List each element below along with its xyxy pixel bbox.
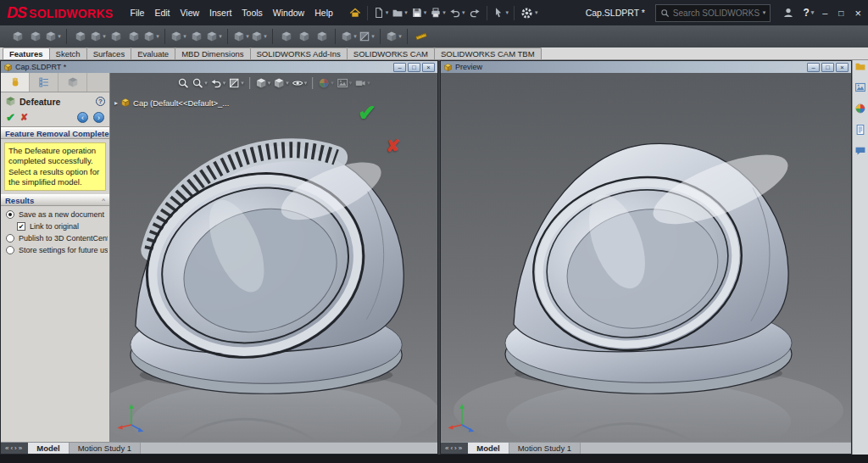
option-publish-3d-contentcentral[interactable]: Publish to 3D ContentCentral: [3, 232, 108, 244]
search-scope-caret-icon[interactable]: ▾: [763, 9, 766, 16]
user-account-icon[interactable]: [782, 7, 794, 19]
confirm-ok-button[interactable]: ✔: [358, 100, 376, 126]
ribbon-tab-solidworks-cam[interactable]: SOLIDWORKS CAM: [347, 47, 435, 59]
instant3d-icon[interactable]: ▾: [385, 27, 403, 46]
ribbon-tab-evaluate[interactable]: Evaluate: [131, 47, 175, 59]
options-gear-icon[interactable]: ▾: [518, 3, 540, 22]
tab-scroll-arrows[interactable]: «‹›»: [1, 443, 28, 454]
reference-geometry-icon[interactable]: ▾: [340, 27, 358, 46]
child-restore-button[interactable]: □: [408, 63, 420, 72]
file-explorer-icon[interactable]: [854, 59, 868, 73]
zoom-fit-icon[interactable]: [177, 77, 189, 89]
confirm-cancel-button[interactable]: ✘: [386, 136, 400, 156]
undo-icon[interactable]: ▾: [448, 3, 467, 22]
apply-scene-icon[interactable]: ▾: [337, 77, 353, 89]
draft-icon[interactable]: [295, 27, 313, 46]
hole-wizard-icon[interactable]: [187, 27, 205, 46]
appearances-scenes-icon[interactable]: [854, 101, 868, 115]
save-icon[interactable]: ▾: [409, 3, 429, 22]
tab-feature-tree[interactable]: [30, 73, 58, 92]
ok-button[interactable]: ✔: [6, 111, 15, 124]
revolved-boss-icon[interactable]: ▾: [89, 27, 107, 46]
motion-study-tab[interactable]: Motion Study 1: [70, 443, 141, 454]
menu-insert[interactable]: Insert: [204, 4, 236, 21]
preview-viewport[interactable]: [441, 73, 851, 442]
search-box[interactable]: ▾: [655, 4, 771, 22]
radio-selected-icon[interactable]: [6, 210, 14, 219]
edit-appearance-icon[interactable]: ▾: [318, 77, 334, 89]
child-minimize-button[interactable]: –: [807, 63, 820, 72]
back-step-button[interactable]: ‹: [77, 112, 88, 123]
view-orientation-icon[interactable]: ▾: [255, 77, 271, 89]
child-close-button[interactable]: ×: [836, 63, 849, 72]
boundary-boss-icon[interactable]: ▾: [142, 27, 160, 46]
search-input[interactable]: [673, 8, 760, 18]
section-header-feature-removal[interactable]: Feature Removal Complete ^: [1, 127, 109, 139]
lofted-boss-icon[interactable]: [125, 27, 142, 46]
home-icon[interactable]: [347, 3, 364, 22]
model-tab[interactable]: Model: [28, 443, 69, 454]
section-view-icon[interactable]: ▾: [228, 77, 244, 89]
collapse-chevron-icon[interactable]: ^: [102, 197, 105, 204]
checkbox-checked-icon[interactable]: ✔: [17, 222, 25, 231]
child-close-button[interactable]: ×: [422, 63, 435, 72]
model-tab[interactable]: Model: [468, 443, 509, 454]
edit-part-icon[interactable]: [8, 27, 26, 46]
menu-tools[interactable]: Tools: [236, 4, 268, 21]
menu-edit[interactable]: Edit: [149, 4, 175, 21]
ribbon-tab-features[interactable]: Features: [3, 47, 50, 59]
zoom-area-icon[interactable]: ▾: [192, 77, 208, 89]
custom-properties-icon[interactable]: [854, 122, 868, 137]
ribbon-tab-sketch[interactable]: Sketch: [49, 47, 87, 59]
view-settings-icon[interactable]: ▾: [354, 77, 370, 89]
open-icon[interactable]: ▾: [390, 3, 409, 22]
child-restore-button[interactable]: □: [821, 63, 834, 72]
option-store-settings[interactable]: Store settings for future use: [3, 244, 108, 256]
section-header-results[interactable]: Results ^: [1, 194, 109, 206]
ribbon-tab-solidworks-add-ins[interactable]: SOLIDWORKS Add-Ins: [250, 47, 348, 59]
solidworks-forum-icon[interactable]: [854, 143, 868, 158]
menu-help[interactable]: Help: [309, 4, 338, 21]
radio-icon[interactable]: [6, 234, 14, 243]
fillet-icon[interactable]: ▾: [232, 27, 250, 46]
new-document-icon[interactable]: ▾: [371, 3, 391, 22]
radio-icon[interactable]: [6, 246, 14, 254]
extruded-cut-icon[interactable]: ▾: [170, 27, 187, 46]
part-document-window[interactable]: Cap.SLDPRT * – □ × Defeature ?: [0, 60, 438, 455]
rib-icon[interactable]: [277, 27, 295, 46]
defeature-tool-icon[interactable]: [412, 27, 430, 46]
hide-show-items-icon[interactable]: ▾: [292, 77, 308, 89]
child-minimize-button[interactable]: –: [393, 63, 406, 72]
model-viewport[interactable]: ▾▾▾▾▾▾▾▾▾ ▸ Cap (Default<<Default>_... ✔…: [110, 73, 437, 442]
part-window-titlebar[interactable]: Cap.SLDPRT * – □ ×: [1, 61, 437, 73]
close-button[interactable]: ×: [854, 7, 861, 20]
mate-icon[interactable]: ▾: [44, 27, 62, 46]
motion-study-tab[interactable]: Motion Study 1: [509, 443, 581, 454]
maximize-button[interactable]: □: [838, 8, 843, 18]
help-menu[interactable]: ? ▾: [803, 7, 814, 19]
menu-file[interactable]: File: [125, 4, 149, 21]
next-step-button[interactable]: ›: [93, 112, 104, 123]
tab-scroll-arrows[interactable]: «‹›»: [441, 443, 468, 454]
menu-window[interactable]: Window: [268, 4, 309, 21]
display-style-icon[interactable]: ▾: [273, 77, 289, 89]
expand-arrow-icon[interactable]: ▸: [114, 99, 118, 107]
pm-help-icon[interactable]: ?: [96, 97, 105, 106]
insert-part-icon[interactable]: [26, 27, 44, 46]
cap-model-3d-view[interactable]: [110, 73, 437, 442]
swept-boss-icon[interactable]: [107, 27, 125, 46]
tab-display-manager[interactable]: [58, 73, 87, 92]
feature-tree-root[interactable]: ▸ Cap (Default<<Default>_...: [114, 98, 229, 108]
minimize-button[interactable]: –: [822, 8, 827, 18]
preview-window-titlebar[interactable]: Preview – □ ×: [441, 61, 851, 73]
linear-pattern-icon[interactable]: ▾: [250, 27, 268, 46]
ribbon-tab-solidworks-cam-tbm[interactable]: SOLIDWORKS CAM TBM: [434, 47, 542, 59]
curves-icon[interactable]: ▾: [358, 27, 376, 46]
menu-view[interactable]: View: [175, 4, 204, 21]
view-palette-icon[interactable]: [854, 80, 868, 94]
option-save-as-new-document[interactable]: Save as a new document: [3, 209, 108, 220]
option-link-to-original[interactable]: ✔ Link to original: [14, 220, 108, 232]
select-icon[interactable]: ▾: [491, 3, 510, 22]
tab-property-manager[interactable]: [1, 73, 30, 92]
shell-icon[interactable]: [313, 27, 331, 46]
